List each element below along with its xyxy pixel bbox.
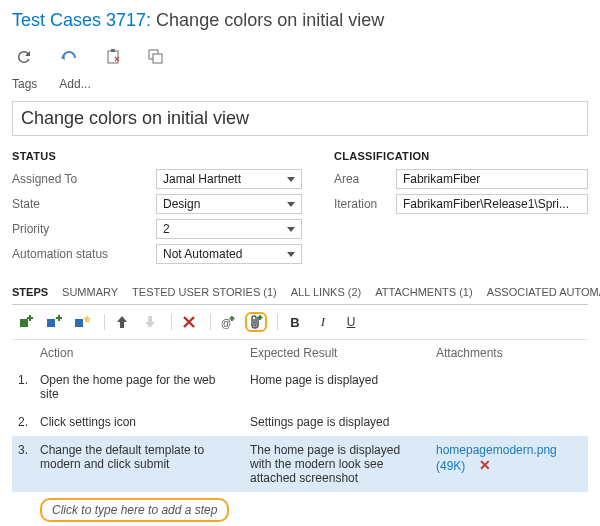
tab-strip: STEPS SUMMARY TESTED USER STORIES (1) AL… [12, 280, 588, 305]
area-select[interactable]: FabrikamFiber [396, 169, 588, 189]
add-step-placeholder[interactable]: Click to type here to add a step [40, 498, 229, 522]
step-expected[interactable]: The home page is displayed with the mode… [250, 443, 436, 485]
classification-heading: CLASSIFICATION [334, 150, 588, 162]
assigned-to-select[interactable]: Jamal Hartnett [156, 169, 302, 189]
svg-rect-5 [47, 319, 55, 327]
col-attachments-header: Attachments [436, 346, 588, 360]
clipboard-icon[interactable] [106, 49, 120, 65]
step-expected[interactable]: Settings page is displayed [250, 415, 436, 429]
tab-all-links[interactable]: ALL LINKS (2) [291, 280, 362, 304]
add-attachment-icon[interactable] [245, 312, 267, 332]
steps-grid-header: Action Expected Result Attachments [12, 340, 588, 366]
main-toolbar [12, 45, 588, 75]
assigned-to-label: Assigned To [12, 172, 156, 186]
bold-icon[interactable]: B [284, 312, 306, 332]
step-number: 2. [18, 415, 40, 429]
title-input[interactable] [12, 101, 588, 136]
move-down-icon[interactable] [139, 312, 161, 332]
undo-icon[interactable] [60, 49, 78, 65]
priority-select[interactable]: 2 [156, 219, 302, 239]
svg-rect-6 [75, 319, 83, 327]
step-row[interactable]: 1. Open the home page for the web site H… [12, 366, 588, 408]
step-row[interactable]: 2. Click settings icon Settings page is … [12, 408, 588, 436]
iteration-label: Iteration [334, 197, 396, 211]
state-label: State [12, 197, 156, 211]
tab-attachments[interactable]: ATTACHMENTS (1) [375, 280, 472, 304]
state-select[interactable]: Design [156, 194, 302, 214]
page-title: Test Cases 3717: Change colors on initia… [12, 10, 588, 31]
remove-attachment-icon[interactable]: ✕ [479, 457, 491, 473]
col-expected-header: Expected Result [250, 346, 436, 360]
insert-shared-step-icon[interactable] [44, 312, 66, 332]
underline-icon[interactable]: U [340, 312, 362, 332]
tab-associated-automation[interactable]: ASSOCIATED AUTOMAT... [487, 280, 600, 304]
insert-parameter-icon[interactable]: @ [217, 312, 239, 332]
copy-icon[interactable] [148, 49, 163, 65]
step-action[interactable]: Open the home page for the web site [40, 373, 250, 401]
svg-rect-0 [108, 51, 118, 63]
move-up-icon[interactable] [111, 312, 133, 332]
svg-rect-3 [153, 54, 162, 63]
tab-tested-stories[interactable]: TESTED USER STORIES (1) [132, 280, 277, 304]
italic-icon[interactable]: I [312, 312, 334, 332]
tab-summary[interactable]: SUMMARY [62, 280, 118, 304]
automation-label: Automation status [12, 247, 156, 261]
svg-rect-4 [20, 319, 28, 327]
item-title: Change colors on initial view [156, 10, 384, 30]
iteration-select[interactable]: FabrikamFiber\Release1\Spri... [396, 194, 588, 214]
step-attachment: homepagemodern.png (49K) ✕ [436, 443, 588, 473]
col-action-header: Action [40, 346, 250, 360]
item-id: Test Cases 3717: [12, 10, 151, 30]
create-shared-step-icon[interactable] [72, 312, 94, 332]
step-row[interactable]: 3. Change the default template to modern… [12, 436, 588, 492]
svg-rect-1 [111, 49, 115, 52]
add-tag-button[interactable]: Add... [55, 75, 94, 93]
area-label: Area [334, 172, 396, 186]
tab-steps[interactable]: STEPS [12, 280, 48, 304]
step-action[interactable]: Change the default template to modern an… [40, 443, 250, 471]
attachment-link[interactable]: homepagemodern.png (49K) [436, 443, 557, 473]
step-expected[interactable]: Home page is displayed [250, 373, 436, 387]
delete-step-icon[interactable] [178, 312, 200, 332]
insert-step-icon[interactable] [16, 312, 38, 332]
step-number: 1. [18, 373, 40, 387]
priority-label: Priority [12, 222, 156, 236]
refresh-icon[interactable] [16, 49, 32, 65]
steps-toolbar: @ B I U [12, 305, 588, 340]
status-heading: STATUS [12, 150, 302, 162]
step-number: 3. [18, 443, 40, 457]
automation-select[interactable]: Not Automated [156, 244, 302, 264]
svg-text:@: @ [221, 318, 231, 329]
step-action[interactable]: Click settings icon [40, 415, 250, 429]
tags-label: Tags [12, 77, 37, 91]
